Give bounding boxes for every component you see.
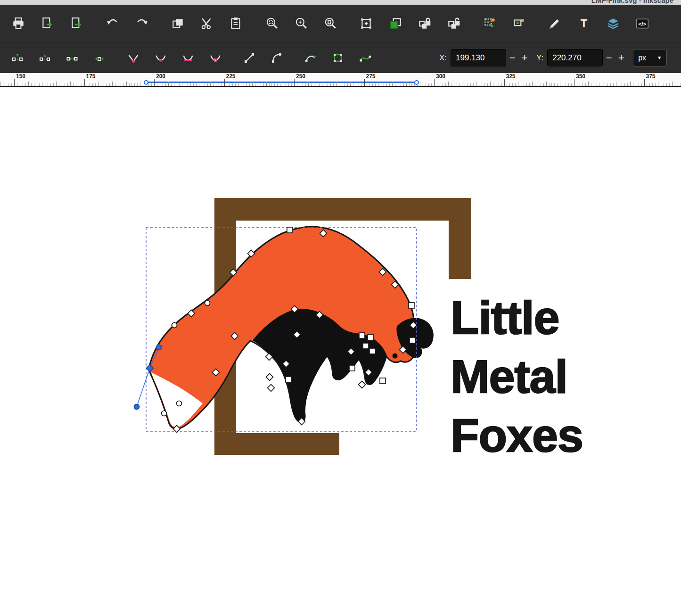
ruler-tick — [482, 83, 482, 86]
object-to-path-button[interactable] — [324, 46, 352, 70]
zoom-drawing-button[interactable] — [257, 11, 287, 36]
path-node[interactable] — [162, 411, 167, 416]
ruler-tick — [350, 82, 351, 86]
unit-dropdown[interactable]: px ▼ — [633, 49, 667, 66]
join-nodes-button[interactable] — [58, 46, 86, 70]
path-node[interactable] — [363, 343, 369, 349]
path-node[interactable] — [177, 401, 182, 406]
fill-stroke-button[interactable] — [381, 11, 410, 36]
export-document-button[interactable] — [62, 11, 91, 36]
toolbar-gap — [345, 14, 352, 33]
undo-button[interactable] — [98, 11, 127, 36]
ruler-tick — [317, 83, 317, 86]
canvas[interactable]: Little Metal Foxes — [0, 88, 681, 616]
insert-node-button[interactable] — [4, 46, 31, 70]
ruler-tick — [31, 83, 32, 86]
path-node[interactable] — [268, 385, 275, 392]
xml-editor-button[interactable]: </> — [628, 11, 657, 36]
logo-line-2[interactable]: Metal — [451, 347, 583, 406]
ruler-tick — [190, 83, 191, 86]
y-decrease-button[interactable]: − — [603, 49, 615, 66]
x-input[interactable]: 199.130 — [451, 49, 506, 66]
logo-text[interactable]: Little Metal Foxes — [451, 288, 583, 465]
curve-handle-button[interactable] — [297, 46, 324, 70]
cut-button[interactable] — [192, 11, 222, 36]
unlock-objects-button[interactable] — [439, 11, 468, 36]
path-node[interactable] — [286, 377, 291, 382]
snap-nodes-button[interactable] — [475, 11, 504, 36]
segment-curve-button[interactable] — [263, 46, 290, 70]
ruler-tick — [541, 83, 541, 86]
ruler-tick — [459, 83, 459, 86]
path-node[interactable] — [287, 227, 293, 233]
ruler-tick — [269, 83, 270, 86]
edit-paths-button[interactable] — [540, 11, 569, 36]
insert-node-icon — [11, 51, 24, 65]
zoom-in-icon — [294, 16, 308, 31]
ruler-tick — [168, 82, 169, 86]
path-node[interactable] — [369, 348, 375, 354]
path-node[interactable] — [172, 323, 177, 328]
horizontal-ruler[interactable]: 150175200225250275300325350375 — [0, 73, 681, 87]
x-increase-button[interactable]: + — [518, 49, 531, 66]
path-node[interactable] — [359, 333, 365, 338]
zoom-in-button[interactable] — [287, 11, 316, 36]
ruler-tick — [627, 83, 628, 86]
ruler-tick — [303, 83, 303, 86]
logo-line-3[interactable]: Foxes — [451, 406, 583, 465]
ruler-tick — [118, 83, 118, 86]
stroke-to-path-button[interactable] — [352, 46, 379, 70]
path-node[interactable] — [205, 301, 210, 306]
print-icon — [11, 16, 25, 31]
redo-button[interactable] — [127, 11, 156, 36]
path-node[interactable] — [409, 303, 414, 308]
ruler-tick — [140, 82, 140, 86]
break-nodes-button[interactable] — [86, 46, 113, 70]
layers-button[interactable] — [599, 11, 628, 36]
ruler-tick — [639, 83, 639, 86]
ruler-tick — [300, 83, 300, 86]
ruler-tick — [160, 83, 160, 86]
path-node[interactable] — [368, 335, 373, 340]
print-button[interactable] — [4, 11, 33, 36]
zoom-selection-button[interactable] — [352, 11, 381, 36]
lock-objects-button[interactable] — [410, 11, 439, 36]
frame-bottom-bar[interactable] — [214, 433, 339, 455]
path-node[interactable] — [266, 374, 273, 381]
path-node[interactable] — [359, 381, 366, 388]
duplicate-button[interactable] — [163, 11, 192, 36]
y-value: 220.270 — [552, 53, 581, 63]
import-document-button[interactable] — [33, 11, 62, 36]
ruler-tick — [577, 83, 577, 86]
selected-path-node[interactable] — [156, 345, 162, 350]
x-decrease-button[interactable]: − — [506, 49, 518, 66]
segment-line-button[interactable] — [236, 46, 263, 70]
path-node[interactable] — [380, 378, 386, 384]
path-node[interactable] — [349, 365, 355, 371]
logo-line-1[interactable]: Little — [451, 288, 583, 347]
node-smooth-button[interactable] — [147, 46, 174, 70]
frame-right-bar[interactable] — [449, 198, 471, 279]
ruler-label: 175 — [86, 73, 96, 80]
ruler-tick — [126, 82, 127, 86]
delete-node-button[interactable] — [31, 46, 58, 70]
ruler-tick — [249, 83, 250, 86]
frame-top-bar[interactable] — [214, 198, 471, 221]
redo-icon — [135, 16, 149, 31]
snap-bounding-box-button[interactable] — [504, 11, 533, 36]
ruler-tick — [134, 83, 135, 86]
ruler-tick — [515, 83, 516, 86]
y-increase-button[interactable]: + — [615, 49, 627, 66]
path-node[interactable] — [410, 337, 415, 343]
ruler-tick — [602, 82, 602, 86]
y-input[interactable]: 220.270 — [547, 49, 603, 66]
node-auto-button[interactable] — [202, 46, 229, 70]
node-corner-button[interactable] — [120, 46, 147, 70]
text-tool-button[interactable]: T — [569, 11, 599, 36]
zoom-page-button[interactable] — [316, 11, 345, 36]
selected-path-node[interactable] — [134, 404, 139, 410]
unit-value: px — [638, 54, 646, 62]
ruler-tick — [45, 83, 45, 86]
node-symmetric-button[interactable] — [174, 46, 202, 70]
paste-button[interactable] — [222, 11, 251, 36]
